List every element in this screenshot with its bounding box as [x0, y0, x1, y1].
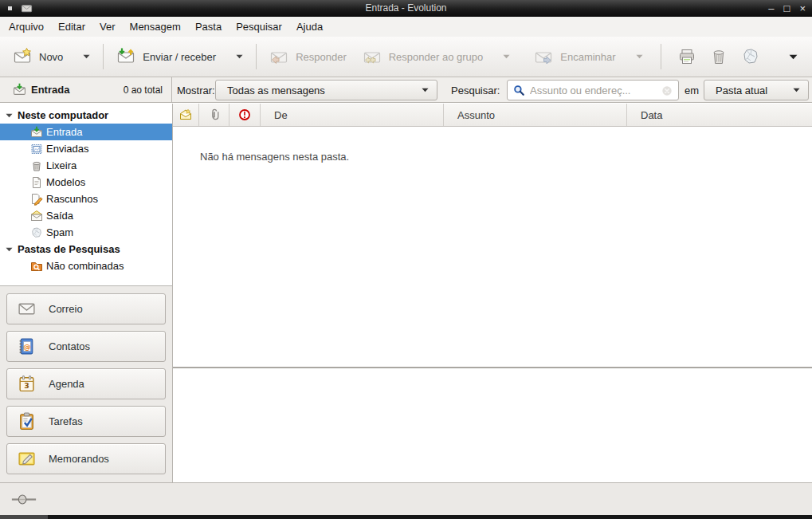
- menu-pasta[interactable]: Pasta: [188, 18, 229, 36]
- tree-group-neste-computador[interactable]: Neste computador: [0, 107, 172, 124]
- print-button[interactable]: [671, 42, 703, 71]
- preview-pane-splitter[interactable]: [173, 367, 812, 368]
- connection-status-icon[interactable]: [10, 493, 37, 506]
- chevron-down-icon: [793, 88, 800, 92]
- print-icon: [677, 47, 696, 66]
- chevron-down-icon[interactable]: [636, 54, 643, 59]
- tree-label: Spam: [46, 226, 73, 238]
- search-scope-dropdown[interactable]: Pasta atual: [704, 80, 809, 100]
- folder-sidebar: Neste computadorEntradaEnviadasLixeiraMo…: [0, 104, 173, 482]
- reply-group-button[interactable]: Responder ao grupo: [355, 42, 519, 71]
- reply-group-icon: [363, 47, 382, 66]
- new-button[interactable]: Novo: [5, 42, 98, 71]
- bottom-edge: [0, 515, 812, 519]
- forward-icon: [534, 47, 553, 66]
- chevron-down-icon: [422, 88, 429, 92]
- menu-ver[interactable]: Ver: [92, 18, 123, 36]
- menu-mensagem[interactable]: Mensagem: [123, 18, 188, 36]
- switcher-agenda[interactable]: 3Agenda: [6, 368, 166, 399]
- switcher-contatos[interactable]: @Contatos: [6, 331, 166, 362]
- switcher-tarefas[interactable]: Tarefas: [6, 406, 166, 437]
- svg-text:@: @: [23, 342, 30, 351]
- folder-tree: Neste computadorEntradaEnviadasLixeiraMo…: [0, 104, 172, 274]
- tree-folder-modelos[interactable]: Modelos: [0, 174, 172, 191]
- show-filter-dropdown[interactable]: Todas as mensagens: [215, 80, 437, 100]
- toolbar-separator: [103, 44, 104, 69]
- evolution-window: Entrada - Evolution – □ × ArquivoEditarV…: [0, 0, 812, 519]
- junk-icon: [741, 47, 760, 66]
- menubar: ArquivoEditarVerMensagemPastaPesquisarAj…: [0, 17, 812, 37]
- tree-label: Neste computador: [18, 109, 108, 121]
- tree-folder-enviadas[interactable]: Enviadas: [0, 140, 172, 157]
- chevron-down-icon[interactable]: [236, 54, 243, 59]
- outbox-icon: [30, 210, 44, 222]
- toolbar-overflow-button[interactable]: [781, 49, 806, 65]
- tree-folder-spam[interactable]: Spam: [0, 224, 172, 241]
- column-priority[interactable]: [229, 104, 261, 126]
- menu-arquivo[interactable]: Arquivo: [2, 18, 51, 36]
- send-receive-icon: [116, 47, 135, 66]
- close-button[interactable]: ×: [799, 3, 806, 14]
- new-button-label: Novo: [39, 51, 63, 63]
- expander-icon[interactable]: [6, 247, 16, 252]
- templates-icon: [30, 176, 44, 189]
- search-icon[interactable]: [513, 85, 525, 96]
- drafts-icon: [30, 193, 44, 206]
- view-switcher: Correio@Contatos3AgendaTarefasMemorandos: [0, 285, 172, 482]
- menu-ajuda[interactable]: Ajuda: [289, 18, 330, 36]
- forward-button[interactable]: Encaminhar: [526, 42, 650, 71]
- chevron-down-icon[interactable]: [503, 54, 510, 59]
- mail-icon: [17, 299, 37, 319]
- empty-folder-message: Não há mensagens nesta pasta.: [200, 151, 349, 163]
- tree-folder-lixeira[interactable]: Lixeira: [0, 157, 172, 174]
- search-scope-label: em: [685, 85, 699, 96]
- window-title: Entrada - Evolution: [0, 2, 812, 14]
- column-subject[interactable]: Assunto: [444, 104, 627, 126]
- show-filter-value: Todas as mensagens: [227, 85, 325, 96]
- column-status[interactable]: [173, 104, 199, 126]
- clear-search-icon[interactable]: [661, 85, 673, 96]
- tree-group-pastas-de-pesquisas[interactable]: Pastas de Pesquisas: [0, 241, 172, 258]
- tree-label: Não combinadas: [46, 260, 124, 272]
- reply-button[interactable]: Responder: [261, 42, 355, 71]
- switcher-label: Memorandos: [49, 453, 109, 465]
- current-folder-header: Entrada 0 ao total: [0, 77, 172, 102]
- tree-label: Rascunhos: [46, 193, 98, 205]
- minimize-button[interactable]: –: [768, 3, 774, 14]
- tree-folder-n-o-combinadas[interactable]: Não combinadas: [0, 258, 172, 274]
- titlebar: Entrada - Evolution – □ ×: [0, 0, 812, 17]
- toolbar: Novo Enviar / receber Responder Responde…: [0, 37, 812, 77]
- search-input[interactable]: [530, 81, 653, 99]
- column-from[interactable]: De: [261, 104, 444, 126]
- toolbar-separator: [661, 44, 661, 69]
- switcher-memorandos[interactable]: Memorandos: [6, 443, 166, 474]
- reply-button-label: Responder: [296, 51, 347, 63]
- forward-button-label: Encaminhar: [560, 51, 615, 63]
- show-label: Mostrar:: [177, 85, 215, 96]
- sent-icon: [30, 143, 44, 155]
- tree-folder-sa-da[interactable]: Saída: [0, 207, 172, 224]
- tree-folder-entrada[interactable]: Entrada: [0, 124, 172, 140]
- switcher-label: Agenda: [49, 378, 84, 390]
- trash-icon: [30, 159, 44, 172]
- unread-status-icon: [179, 108, 192, 121]
- contacts-icon: @: [17, 336, 37, 356]
- tasks-icon: [17, 411, 37, 431]
- inbox-icon: [30, 126, 44, 139]
- search-label: Pesquisar:: [451, 85, 500, 96]
- maximize-button[interactable]: □: [784, 3, 790, 14]
- junk-button[interactable]: [735, 42, 767, 71]
- delete-button[interactable]: [703, 42, 735, 71]
- menu-pesquisar[interactable]: Pesquisar: [229, 18, 289, 36]
- statusbar: [0, 482, 812, 515]
- column-date[interactable]: Data: [627, 104, 812, 126]
- send-receive-button[interactable]: Enviar / receber: [108, 42, 251, 71]
- switcher-correio[interactable]: Correio: [6, 293, 166, 324]
- column-attachment[interactable]: [199, 104, 229, 126]
- chevron-down-icon[interactable]: [83, 54, 90, 59]
- new-mail-icon: [13, 47, 32, 66]
- expander-icon[interactable]: [6, 113, 16, 118]
- message-count: 0 ao total: [124, 85, 163, 96]
- menu-editar[interactable]: Editar: [51, 18, 92, 36]
- tree-folder-rascunhos[interactable]: Rascunhos: [0, 191, 172, 207]
